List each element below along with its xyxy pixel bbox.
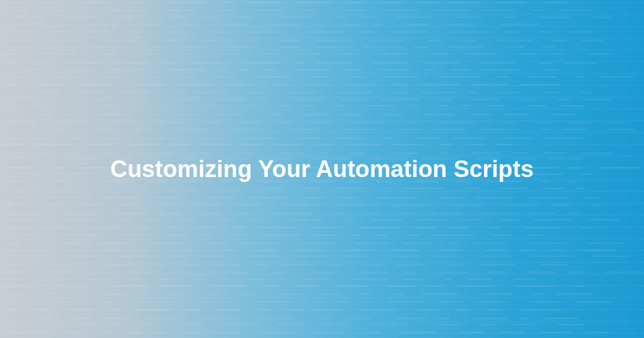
- title-container: Customizing Your Automation Scripts: [0, 0, 644, 338]
- page-title: Customizing Your Automation Scripts: [111, 152, 534, 186]
